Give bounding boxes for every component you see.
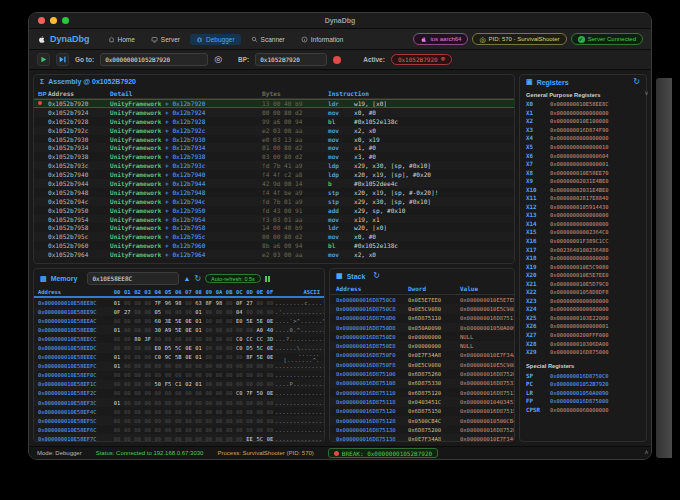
memory-row[interactable]: 0x000000010E58EF7C0000000000000000000000… bbox=[34, 434, 324, 441]
tab-home[interactable]: Home bbox=[102, 34, 141, 45]
stack-row[interactable]: 0x000000016D8751380x0E7F34A80x000000010E… bbox=[330, 434, 514, 441]
break-badge-label: BREAK: 0x00000001052B7920 bbox=[342, 450, 432, 457]
asm-instruction: ldpx20, x19, [sp], #0x20 bbox=[328, 171, 510, 178]
stack-row[interactable]: 0x000000016D8751300x6D8752000x000000016D… bbox=[330, 425, 514, 434]
stack-refresh-icon[interactable]: ↻ bbox=[373, 272, 380, 280]
asm-row[interactable]: 0x1052b7964UnityFramework + 0x12b7964e2 … bbox=[34, 250, 514, 259]
tab-debugger[interactable]: Debugger bbox=[190, 34, 241, 45]
memory-byte: 00 bbox=[163, 372, 173, 378]
operands: x29, sp, #0x10 bbox=[354, 207, 405, 214]
stack-address: 0x000000016D8750E8 bbox=[336, 343, 408, 349]
stack-row[interactable]: 0x000000016D8751080x6D8753300x000000016D… bbox=[330, 379, 514, 388]
memory-byte: 5E bbox=[173, 318, 183, 324]
stack-row[interactable]: 0x000000016D8750F00x0E7F34A80x000000010E… bbox=[330, 351, 514, 360]
memory-row[interactable]: 0x000000010E58EEEC01000000C09C5B0E010000… bbox=[34, 353, 324, 362]
memory-byte: 00 bbox=[224, 390, 234, 396]
memory-row[interactable]: 0x000000010E58EEBC0100000030A95E0E010000… bbox=[34, 325, 324, 334]
asm-row[interactable]: 0x1052b7928UnityFramework + 0x12b792899 … bbox=[34, 117, 514, 126]
stack-row[interactable]: 0x000000016D8751200x6D8751500x000000016D… bbox=[330, 407, 514, 416]
asm-row[interactable]: 0x1052b793cUnityFramework + 0x12b793cfd … bbox=[34, 161, 514, 170]
stack-row[interactable]: 0x000000016D8750F80x0E5C90800x000000010E… bbox=[330, 360, 514, 369]
set-breakpoint-button[interactable] bbox=[333, 56, 341, 64]
asm-bp-cell[interactable] bbox=[38, 101, 48, 105]
stack-row[interactable]: 0x000000016D8751000x6D8752600x000000016D… bbox=[330, 369, 514, 378]
asm-row[interactable]: 0x1052b7954UnityFramework + 0x12b7954f3 … bbox=[34, 215, 514, 224]
memory-byte: 00 bbox=[234, 400, 244, 406]
memory-byte: 50 bbox=[153, 381, 163, 387]
asm-row[interactable]: 0x1052b7938UnityFramework + 0x12b793803 … bbox=[34, 152, 514, 161]
asm-row[interactable]: 0x1052b7930UnityFramework + 0x12b7930e0 … bbox=[34, 135, 514, 144]
memory-row[interactable]: 0x000000010E58EF2C0000000000000000000000… bbox=[34, 389, 324, 398]
asm-row[interactable]: 0x1052b7940UnityFramework + 0x12b7940f4 … bbox=[34, 170, 514, 179]
stack-row[interactable]: 0x000000016D8750D00x6D8751100x000000016D… bbox=[330, 314, 514, 323]
stack-row[interactable]: 0x000000016D8750E80x00000000NULL bbox=[330, 341, 514, 350]
memory-address-input[interactable] bbox=[87, 272, 179, 285]
active-breakpoint-pill[interactable]: 0x1052B7920 ⊗ bbox=[391, 54, 452, 65]
remove-breakpoint-icon[interactable]: ⊗ bbox=[441, 56, 445, 63]
register-row: SP0x000000016D8750C0 bbox=[520, 371, 646, 380]
asm-row[interactable]: 0x1052b7958UnityFramework + 0x12b795814 … bbox=[34, 223, 514, 232]
registers-refresh-icon[interactable]: ↻ bbox=[633, 78, 640, 86]
memory-row[interactable]: 0x000000010E58EF5C0000000000000000000000… bbox=[34, 416, 324, 425]
register-row: CPSR0x0000000060000000 bbox=[520, 406, 646, 415]
register-name: LR bbox=[526, 390, 550, 396]
memory-row[interactable]: 0x000000010E58EE8C010000007F969800638F98… bbox=[34, 298, 324, 307]
asm-row[interactable]: 0x1052b792cUnityFramework + 0x12b792ce2 … bbox=[34, 126, 514, 135]
pause-refresh-button[interactable] bbox=[265, 276, 271, 282]
bp-input[interactable] bbox=[255, 53, 327, 66]
memory-refresh-icon[interactable]: ↻ bbox=[194, 275, 201, 283]
step-button[interactable] bbox=[56, 53, 69, 66]
memory-byte: 00 bbox=[265, 409, 275, 415]
tab-scanner[interactable]: Scanner bbox=[245, 34, 291, 45]
crosshair-icon[interactable]: ◎ bbox=[214, 55, 222, 64]
memory-ascii: ................ bbox=[275, 400, 324, 406]
memory-row[interactable]: 0x000000010E58EF3C0100000000000000000000… bbox=[34, 398, 324, 407]
stack-value: 0x000000010E5E7EE0 bbox=[460, 297, 514, 303]
memory-byte: 00 bbox=[214, 336, 224, 342]
memory-address: 0x000000010E58EF0C bbox=[38, 372, 112, 378]
memory-row[interactable]: 0x000000010E58EEAC00000000603E5E0E010000… bbox=[34, 316, 324, 325]
stack-value: NULL bbox=[460, 343, 508, 349]
register-row: X220x00000001058D8DF8 bbox=[520, 288, 646, 297]
stack-dword: 0x6D875120 bbox=[408, 390, 460, 396]
stack-row[interactable]: 0x000000016D8750C80x0E5C90800x000000010E… bbox=[330, 304, 514, 313]
register-value: 0x0000000000000000 bbox=[550, 221, 640, 227]
memory-ascii: ...?...........= bbox=[275, 336, 324, 342]
memory-row[interactable]: 0x000000010E58EF0C0000000000000000000000… bbox=[34, 371, 324, 380]
stack-row[interactable]: 0x000000016D8751280x0500CB4C0x0000000105… bbox=[330, 416, 514, 425]
asm-row[interactable]: 0x1052b7920UnityFramework + 0x12b792013 … bbox=[34, 99, 514, 108]
asm-row[interactable]: 0x1052b7924UnityFramework + 0x12b792400 … bbox=[34, 108, 514, 117]
continue-button[interactable] bbox=[37, 53, 50, 66]
memory-byte: 00 bbox=[132, 418, 142, 424]
asm-row[interactable]: 0x1052b7960UnityFramework + 0x12b79608b … bbox=[34, 241, 514, 250]
memory-byte: 00 bbox=[255, 363, 265, 369]
tab-server[interactable]: Server bbox=[145, 34, 186, 45]
asm-row[interactable]: 0x1052b795cUnityFramework + 0x12b795c00 … bbox=[34, 232, 514, 241]
goto-input[interactable] bbox=[100, 53, 208, 66]
stack-row[interactable]: 0x000000016D8751100x6D8751200x000000016D… bbox=[330, 388, 514, 397]
memory-row[interactable]: 0x000000010E58EE9C0F27000005000000010000… bbox=[34, 307, 324, 316]
memory-byte: 00 bbox=[143, 354, 153, 360]
tab-information[interactable]: Information bbox=[295, 34, 350, 45]
memory-byte: 00 bbox=[132, 354, 142, 360]
memory-go-icon[interactable]: ▲ bbox=[183, 275, 190, 282]
memory-row[interactable]: 0x000000010E58EECC0000803F00000000000000… bbox=[34, 334, 324, 343]
stack-row[interactable]: 0x000000016D8750E00x00000000NULL bbox=[330, 332, 514, 341]
asm-row[interactable]: 0x1052b7944UnityFramework + 0x12b794442 … bbox=[34, 179, 514, 188]
memory-byte: 00 bbox=[224, 327, 234, 333]
asm-row[interactable]: 0x1052b7950UnityFramework + 0x12b7950fd … bbox=[34, 206, 514, 215]
memory-row[interactable]: 0x000000010E58EF1C0000000050F5C102010000… bbox=[34, 380, 324, 389]
memory-row[interactable]: 0x000000010E58EF4C0000000000000000000000… bbox=[34, 407, 324, 416]
memory-row[interactable]: 0x000000010E58EEFC0100000000000000000000… bbox=[34, 362, 324, 371]
asm-instruction: ldrw19, [x0] bbox=[328, 100, 510, 107]
memory-byte: 00 bbox=[143, 345, 153, 351]
stack-row[interactable]: 0x000000016D8750D80x050A00900x0000000105… bbox=[330, 323, 514, 332]
memory-byte: 00 bbox=[173, 309, 183, 315]
stack-row[interactable]: 0x000000016D8750C00x0E5E7EE00x000000010E… bbox=[330, 295, 514, 304]
register-value: 0x0000000000000000 bbox=[550, 306, 640, 312]
memory-row[interactable]: 0x000000010E58EF6C0000000000000000000000… bbox=[34, 425, 324, 434]
stack-row[interactable]: 0x000000016D8751180x0403451C0x0000000104… bbox=[330, 397, 514, 406]
asm-row[interactable]: 0x1052b7934UnityFramework + 0x12b793401 … bbox=[34, 143, 514, 152]
asm-row[interactable]: 0x1052b7948UnityFramework + 0x12b7948f4 … bbox=[34, 188, 514, 197]
asm-row[interactable]: 0x1052b794cUnityFramework + 0x12b794cfd … bbox=[34, 197, 514, 206]
